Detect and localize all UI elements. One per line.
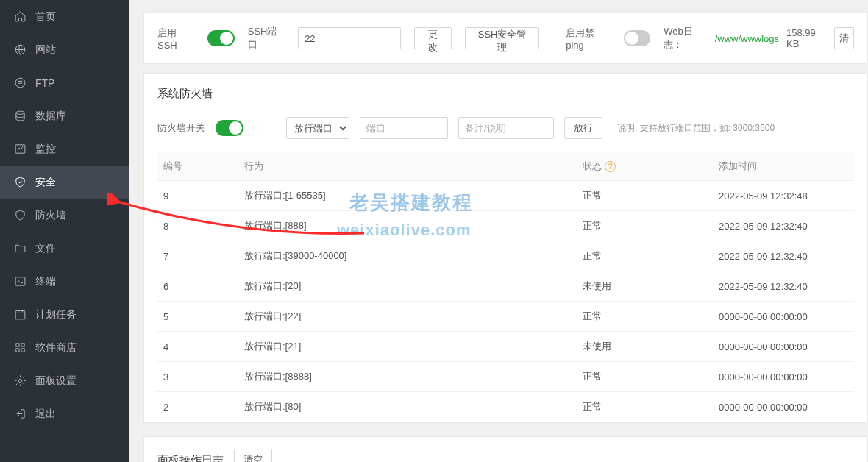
home-icon	[13, 10, 26, 24]
sidebar-item-label: 监控	[35, 143, 56, 156]
cell-status: 未使用	[577, 271, 713, 302]
cell-time: 0000-00-00 00:00:00	[713, 362, 854, 392]
sidebar-item-files[interactable]: 文件	[0, 232, 129, 265]
cell-id: 3	[157, 362, 238, 392]
cell-time: 2022-05-09 12:32:40	[713, 211, 854, 241]
firewall-icon	[13, 209, 26, 222]
cell-id: 8	[157, 211, 238, 241]
logs-clear-button[interactable]: 清空	[234, 449, 272, 462]
firewall-controls: 防火墙开关 放行端口 放行 说明: 支持放行端口范围，如: 3000:3500	[157, 117, 854, 139]
th-id: 编号	[157, 152, 238, 181]
weblog-clear-button[interactable]: 清	[834, 27, 854, 49]
cell-status: 正常	[577, 392, 713, 422]
cell-id: 4	[157, 332, 238, 362]
firewall-release-button[interactable]: 放行	[564, 117, 602, 139]
firewall-panel: 系统防火墙 防火墙开关 放行端口 放行 说明: 支持放行端口范围，如: 3000…	[143, 73, 868, 423]
table-row: 8放行端口:[888]正常2022-05-09 12:32:40	[157, 211, 854, 241]
cell-status: 正常	[577, 362, 713, 392]
sidebar: 首页 网站 FTP 数据库 监控 安全 防火墙 文件 终端 计划任务 软件商店	[0, 0, 129, 462]
cell-time: 0000-00-00 00:00:00	[713, 392, 854, 422]
sidebar-item-cron[interactable]: 计划任务	[0, 298, 129, 331]
ssh-enable-toggle[interactable]	[207, 30, 234, 46]
cell-id: 2	[157, 392, 238, 422]
sidebar-item-settings[interactable]: 面板设置	[0, 364, 129, 397]
help-icon[interactable]: ?	[605, 161, 616, 172]
sidebar-item-security[interactable]: 安全	[0, 166, 129, 199]
tab-bar	[143, 0, 868, 4]
sidebar-item-label: 安全	[35, 176, 56, 189]
ssh-port-label: SSH端口	[248, 25, 285, 51]
sidebar-item-label: 数据库	[35, 110, 66, 123]
sidebar-item-label: 面板设置	[35, 374, 77, 388]
ping-toggle[interactable]	[624, 30, 650, 46]
sidebar-item-firewall[interactable]: 防火墙	[0, 199, 129, 232]
svg-point-2	[15, 111, 24, 114]
sidebar-item-label: 首页	[35, 10, 56, 24]
cell-action: 放行端口:[21]	[238, 332, 577, 362]
cell-action: 放行端口:[888]	[238, 211, 577, 241]
ssh-enable-label: 启用SSH	[157, 26, 194, 51]
cell-time: 2022-05-09 12:32:40	[713, 241, 854, 271]
shield-icon	[13, 176, 26, 189]
sidebar-item-label: 退出	[35, 408, 56, 421]
svg-rect-5	[15, 311, 25, 319]
firewall-switch-label: 防火墙开关	[157, 121, 205, 135]
cell-action: 放行端口:[80]	[238, 392, 577, 422]
weblog-path-link[interactable]: /www/wwwlogs	[715, 33, 779, 44]
cell-action: 放行端口:[8888]	[238, 362, 577, 392]
firewall-title: 系统防火墙	[157, 87, 854, 101]
sidebar-item-label: 网站	[35, 43, 56, 57]
firewall-hint: 说明: 支持放行端口范围，如: 3000:3500	[617, 122, 775, 135]
table-row: 7放行端口:[39000-40000]正常2022-05-09 12:32:40	[157, 241, 854, 271]
sidebar-item-site[interactable]: 网站	[0, 33, 129, 66]
th-time: 添加时间	[713, 152, 854, 181]
cell-status: 未使用	[577, 332, 713, 362]
firewall-note-input[interactable]	[458, 117, 554, 139]
cell-status: 正常	[577, 181, 713, 211]
th-action: 行为	[238, 152, 577, 181]
terminal-icon	[13, 275, 26, 288]
firewall-table: 编号 行为 状态? 添加时间 9放行端口:[1-65535]正常2022-05-…	[157, 152, 854, 422]
firewall-port-input[interactable]	[360, 117, 448, 139]
globe-icon	[13, 43, 26, 57]
svg-rect-4	[15, 277, 25, 285]
cell-time: 0000-00-00 00:00:00	[713, 332, 854, 362]
logout-icon	[13, 408, 26, 421]
gear-icon	[13, 374, 26, 388]
cell-status: 正常	[577, 211, 713, 241]
firewall-action-select[interactable]: 放行端口	[286, 117, 349, 139]
sidebar-item-label: 软件商店	[35, 341, 77, 355]
cell-action: 放行端口:[39000-40000]	[238, 241, 577, 271]
sidebar-item-database[interactable]: 数据库	[0, 99, 129, 132]
ssh-panel: 启用SSH SSH端口 更改 SSH安全管理 启用禁ping Web日志： /w…	[143, 13, 868, 64]
folder-icon	[13, 242, 26, 255]
sidebar-item-ftp[interactable]: FTP	[0, 66, 129, 99]
ssh-change-button[interactable]: 更改	[414, 27, 452, 49]
cell-time: 2022-05-09 12:32:48	[713, 181, 854, 211]
sidebar-item-appstore[interactable]: 软件商店	[0, 331, 129, 364]
cell-time: 0000-00-00 00:00:00	[713, 302, 854, 332]
sidebar-item-terminal[interactable]: 终端	[0, 265, 129, 298]
weblog-label: Web日志：	[664, 25, 707, 51]
logs-panel: 面板操作日志 清空	[143, 436, 868, 462]
th-status: 状态?	[577, 152, 713, 181]
calendar-icon	[13, 308, 26, 321]
cell-id: 7	[157, 241, 238, 271]
sidebar-item-label: 终端	[35, 275, 56, 288]
cell-id: 6	[157, 271, 238, 302]
main-content: 启用SSH SSH端口 更改 SSH安全管理 启用禁ping Web日志： /w…	[129, 0, 868, 462]
svg-rect-7	[21, 344, 24, 346]
sidebar-item-logout[interactable]: 退出	[0, 397, 129, 430]
logs-title: 面板操作日志	[157, 453, 224, 463]
ssh-manage-button[interactable]: SSH安全管理	[465, 27, 539, 49]
weblog-size: 158.99 KB	[786, 27, 827, 49]
sidebar-item-home[interactable]: 首页	[0, 0, 129, 33]
ssh-port-input[interactable]	[298, 27, 401, 49]
table-row: 4放行端口:[21]未使用0000-00-00 00:00:00	[157, 332, 854, 362]
sidebar-item-monitor[interactable]: 监控	[0, 132, 129, 166]
cell-action: 放行端口:[22]	[238, 302, 577, 332]
svg-rect-9	[21, 349, 24, 352]
firewall-switch-toggle[interactable]	[216, 120, 243, 136]
cell-status: 正常	[577, 241, 713, 271]
sidebar-item-label: FTP	[35, 77, 54, 89]
